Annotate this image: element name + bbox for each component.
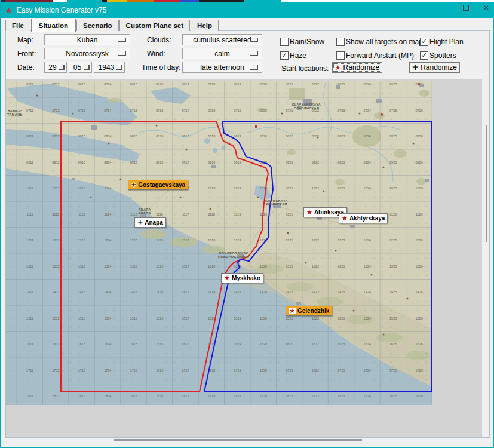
haze-label: Haze	[290, 51, 306, 60]
svg-text:1419: 1419	[234, 290, 241, 294]
svg-text:1621: 1621	[286, 342, 293, 346]
tab-situation[interactable]: Situation	[31, 19, 76, 32]
svg-text:1617: 1617	[182, 342, 189, 346]
svg-text:1413: 1413	[78, 290, 85, 294]
minimize-button[interactable]: —	[438, 2, 452, 14]
rain-snow-label: Rain/Snow	[290, 38, 324, 46]
randomize-start-locations-button[interactable]: ★ Randomize	[332, 62, 382, 73]
map-label-gelendzhik[interactable]: ★Gelendzhik	[286, 306, 332, 316]
place-name-krymskaya: KRYMSKAYA КРЫМСКАЯ	[265, 199, 288, 206]
svg-text:0826: 0826	[415, 134, 422, 138]
svg-text:0817: 0817	[182, 134, 189, 138]
red-star-icon: ★	[335, 65, 341, 71]
svg-text:1116: 1116	[156, 213, 162, 216]
show-all-targets-label: Show all targets on map	[346, 38, 423, 46]
svg-text:1422: 1422	[312, 290, 319, 294]
svg-text:1424: 1424	[364, 290, 371, 294]
svg-text:0720: 0720	[260, 109, 267, 112]
svg-text:0913: 0913	[78, 161, 85, 164]
svg-text:0612: 0612	[52, 82, 59, 86]
svg-text:1611: 1611	[26, 342, 33, 346]
haze-checkbox[interactable]	[280, 51, 289, 60]
place-name-slavyanskaya: SLAVYANSKAYA СЛАВЯНСКАЯ	[292, 103, 321, 110]
dropdown-icon	[59, 65, 65, 70]
dropdown-icon	[250, 65, 258, 70]
map-label-anapa[interactable]: ✚Anapa	[134, 217, 166, 228]
svg-text:1725: 1725	[389, 369, 397, 372]
spotters-checkbox[interactable]	[420, 51, 428, 60]
svg-text:1420: 1420	[260, 290, 267, 294]
wind-dropdown[interactable]: calm	[182, 48, 262, 59]
svg-text:1425: 1425	[389, 290, 397, 294]
show-all-targets-checkbox[interactable]	[336, 38, 345, 46]
svg-text:1414: 1414	[104, 290, 111, 294]
maximize-icon	[463, 5, 469, 11]
date-day-dropdown[interactable]: 29	[44, 62, 67, 73]
svg-text:1820: 1820	[260, 394, 267, 398]
svg-text:1217: 1217	[182, 238, 189, 242]
randomize-plus-button[interactable]: ✚ Randomize	[409, 62, 460, 73]
svg-text:1117: 1117	[182, 213, 189, 216]
rain-snow-checkbox[interactable]	[280, 38, 289, 46]
svg-text:1114: 1114	[105, 213, 111, 216]
svg-text:0824: 0824	[364, 134, 371, 138]
svg-text:1514: 1514	[104, 317, 111, 320]
vertical-scrollbar-thumb[interactable]	[486, 125, 487, 242]
mission-map[interactable]: 0611061206130614061506160617061806190620…	[6, 81, 432, 405]
horizontal-scrollbar-thumb[interactable]	[114, 439, 362, 441]
map-label-myskhako[interactable]: ★Myskhako	[221, 273, 263, 283]
svg-text:1112: 1112	[53, 213, 59, 216]
svg-text:1013: 1013	[78, 186, 85, 190]
flight-plan-checkbox[interactable]	[420, 38, 428, 46]
map-label-gostagaevskaya[interactable]: ✚Gostagaevskaya	[128, 180, 188, 190]
map-label-text: Myskhako	[232, 275, 260, 281]
front-dropdown[interactable]: Novorossiysk	[44, 48, 130, 59]
close-button[interactable]: ✕	[480, 2, 493, 14]
date-day-value: 29	[48, 63, 56, 72]
svg-text:0813: 0813	[78, 134, 85, 138]
svg-text:1118: 1118	[208, 213, 214, 216]
start-locations-label: Start locations:	[281, 65, 329, 73]
svg-text:1513: 1513	[78, 317, 85, 320]
tab-file[interactable]: File	[5, 20, 30, 31]
svg-text:1418: 1418	[208, 290, 215, 294]
svg-text:1818: 1818	[208, 394, 215, 398]
svg-text:0819: 0819	[234, 134, 241, 138]
maximize-button[interactable]	[459, 2, 472, 14]
svg-text:1626: 1626	[415, 342, 422, 346]
svg-text:1213: 1213	[78, 238, 85, 242]
svg-text:1726: 1726	[415, 369, 422, 372]
svg-text:1712: 1712	[52, 369, 59, 372]
randomize-plus-label: Randomize	[421, 63, 457, 72]
svg-text:0615: 0615	[130, 82, 137, 86]
svg-text:1111: 1111	[26, 213, 33, 216]
svg-text:1214: 1214	[104, 238, 111, 242]
tab-scenario[interactable]: Scenario	[76, 20, 119, 31]
tab-help[interactable]: Help	[191, 20, 219, 31]
svg-text:0711: 0711	[26, 109, 33, 112]
svg-text:1421: 1421	[286, 290, 293, 294]
app-window: ★ Easy Mission Generator v75 — ✕ FileSit…	[0, 0, 494, 448]
map-dropdown[interactable]: Kuban	[44, 34, 130, 45]
time-of-day-dropdown[interactable]: late afternoon	[182, 62, 262, 73]
map-label-akhtyrskaya[interactable]: ★Akhtyrskaya	[339, 213, 388, 223]
date-month-dropdown[interactable]: 05	[69, 62, 92, 73]
svg-text:0815: 0815	[130, 134, 137, 138]
tab-custom-plane-set[interactable]: Custom Plane set	[119, 20, 191, 31]
svg-text:0825: 0825	[389, 134, 397, 138]
svg-text:1819: 1819	[234, 394, 241, 398]
red-star-icon: ★	[342, 215, 348, 222]
svg-text:1516: 1516	[156, 317, 163, 320]
svg-text:0611: 0611	[26, 82, 33, 86]
forward-airstart-checkbox[interactable]	[336, 51, 345, 60]
svg-text:1723: 1723	[337, 369, 345, 372]
date-year-dropdown[interactable]: 1943	[94, 62, 125, 73]
svg-text:1826: 1826	[415, 394, 422, 398]
svg-text:1411: 1411	[26, 290, 33, 294]
svg-text:0717: 0717	[182, 109, 189, 112]
svg-text:1113: 1113	[78, 213, 85, 216]
svg-text:1026: 1026	[415, 186, 422, 190]
svg-text:1824: 1824	[364, 394, 371, 398]
title-bar: ★ Easy Mission Generator v75	[1, 2, 494, 18]
clouds-dropdown[interactable]: cumulus scattered	[182, 34, 262, 45]
